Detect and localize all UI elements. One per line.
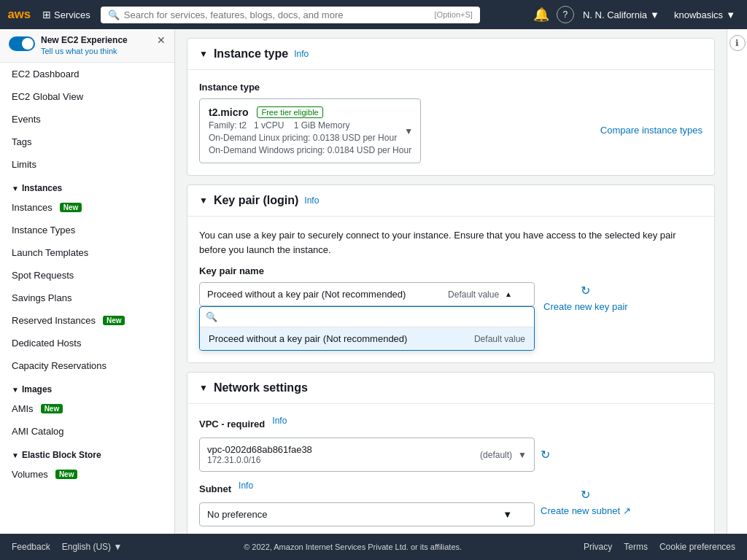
sidebar-item-label: Launch Templates: [12, 247, 88, 258]
services-menu[interactable]: ⊞ Services: [38, 6, 95, 23]
terms-link[interactable]: Terms: [624, 542, 648, 552]
sidebar-item-reserved-instances[interactable]: Reserved Instances New: [0, 309, 174, 332]
key-pair-dropdown[interactable]: Proceed without a key pair (Not recommen…: [199, 282, 535, 306]
network-settings-section: ▼ Network settings VPC - required Info v…: [187, 372, 715, 534]
help-button[interactable]: ?: [557, 6, 574, 23]
key-pair-refresh-button[interactable]: ↻: [543, 284, 628, 298]
sidebar-item-ami-catalog[interactable]: AMI Catalog: [0, 420, 174, 443]
right-info-panel: ℹ: [727, 29, 747, 534]
instance-type-dropdown[interactable]: t2.micro Free tier eligible Family: t2 1…: [199, 98, 421, 163]
experience-close-button[interactable]: ✕: [157, 35, 166, 45]
sidebar-item-savings-plans[interactable]: Savings Plans: [0, 287, 174, 309]
sidebar-item-ec2globalview[interactable]: EC2 Global View: [0, 85, 174, 108]
region-label: N. N. California: [583, 9, 647, 20]
sidebar-item-label: Dedicated Hosts: [12, 338, 81, 349]
key-pair-description: You can use a key pair to securely conne…: [199, 228, 703, 257]
sidebar-item-label: AMI Catalog: [12, 426, 64, 437]
aws-logo[interactable]: aws: [6, 1, 32, 28]
instance-type-name: t2.micro: [209, 106, 248, 118]
vpc-id: vpc-0202d68ab861fae38: [207, 444, 474, 455]
key-pair-option-no-pair[interactable]: Proceed without a key pair (Not recommen…: [200, 327, 534, 350]
create-key-pair-link[interactable]: Create new key pair: [543, 300, 628, 314]
sidebar-item-events[interactable]: Events: [0, 108, 174, 131]
sidebar-item-label: AMIs: [12, 403, 34, 414]
sidebar-item-label: Reserved Instances: [12, 315, 96, 326]
account-menu[interactable]: knowbasics ▼: [668, 7, 741, 23]
sidebar-item-label: EC2 Global View: [12, 91, 83, 102]
experience-title: New EC2 Experience: [41, 35, 151, 45]
sidebar-section-ebs[interactable]: ▼ Elastic Block Store: [0, 443, 174, 463]
amis-badge: New: [41, 404, 63, 413]
privacy-link[interactable]: Privacy: [584, 542, 612, 552]
sidebar-item-spot-requests[interactable]: Spot Requests: [0, 264, 174, 287]
sidebar-item-launch-templates[interactable]: Launch Templates: [0, 241, 174, 264]
sidebar-item-amis[interactable]: AMIs New: [0, 397, 174, 420]
instance-type-field-label: Instance type: [199, 82, 703, 93]
sidebar-item-tags[interactable]: Tags: [0, 131, 174, 153]
sidebar-section-instances[interactable]: ▼ Instances: [0, 176, 174, 196]
compare-instance-types-link[interactable]: Compare instance types: [600, 124, 703, 137]
subnet-value: No preference: [207, 509, 267, 520]
vpc-info-link[interactable]: Info: [272, 416, 287, 426]
key-pair-field-label: Key pair name: [199, 265, 703, 276]
services-label: Services: [54, 9, 90, 20]
sidebar-item-ec2dashboard[interactable]: EC2 Dashboard: [0, 63, 174, 85]
sidebar-item-instances[interactable]: Instances New: [0, 196, 174, 219]
sidebar-item-label: Limits: [12, 159, 36, 170]
sidebar-item-capacity-reservations[interactable]: Capacity Reservations: [0, 354, 174, 377]
images-section-label: Images: [22, 384, 52, 394]
sidebar-item-label: Events: [12, 114, 41, 125]
volumes-badge: New: [55, 470, 78, 479]
network-settings-header: ▼ Network settings: [187, 373, 714, 404]
search-input[interactable]: [124, 9, 430, 20]
key-pair-info-link[interactable]: Info: [304, 195, 319, 206]
key-pair-collapse-icon[interactable]: ▼: [199, 195, 208, 206]
key-pair-default-label: Default value: [448, 289, 499, 300]
sidebar-item-instance-types[interactable]: Instance Types: [0, 219, 174, 241]
subnet-field-label: Subnet Info: [199, 481, 535, 497]
subnet-refresh-button[interactable]: ↻: [541, 488, 631, 502]
subnet-info-link[interactable]: Info: [239, 481, 253, 491]
footer: Feedback English (US) ▼ © 2022, Amazon I…: [0, 534, 747, 560]
key-pair-option-default-label: Default value: [474, 334, 525, 344]
footer-copyright: © 2022, Amazon Internet Services Private…: [244, 542, 462, 551]
main-layout: New EC2 Experience Tell us what you thin…: [0, 29, 747, 534]
instance-type-info-link[interactable]: Info: [294, 49, 309, 59]
sidebar-section-images[interactable]: ▼ Images: [0, 377, 174, 397]
vpc-chevron-icon: ▼: [518, 450, 527, 460]
instances-section-arrow: ▼: [12, 184, 19, 192]
region-selector[interactable]: N. N. California ▼: [577, 7, 665, 23]
instances-badge: New: [60, 203, 82, 212]
instance-type-title: Instance type: [214, 47, 288, 61]
network-settings-title: Network settings: [214, 381, 308, 394]
sidebar-item-limits[interactable]: Limits: [0, 153, 174, 176]
images-section-arrow: ▼: [12, 386, 19, 394]
create-subnet-link[interactable]: Create new subnet ↗: [541, 505, 631, 518]
instance-type-detail-row1: Family: t2 1 vCPU 1 GiB Memory: [209, 120, 411, 131]
sidebar-item-label: Volumes: [12, 469, 48, 480]
notification-button[interactable]: 🔔: [529, 4, 554, 26]
experience-toggle[interactable]: [9, 36, 35, 51]
cookie-preferences-link[interactable]: Cookie preferences: [659, 542, 735, 552]
sidebar: New EC2 Experience Tell us what you thin…: [0, 29, 175, 534]
top-navigation: aws ⊞ Services 🔍 [Option+S] 🔔 ? N. N. Ca…: [0, 0, 747, 29]
subnet-dropdown[interactable]: No preference ▼: [199, 502, 535, 526]
sidebar-item-label: Savings Plans: [12, 292, 71, 303]
vpc-refresh-button[interactable]: ↻: [541, 448, 550, 462]
vpc-dropdown[interactable]: vpc-0202d68ab861fae38 172.31.0.0/16 (def…: [199, 438, 535, 472]
key-pair-search-icon: 🔍: [206, 311, 217, 322]
sidebar-item-dedicated-hosts[interactable]: Dedicated Hosts: [0, 332, 174, 354]
key-pair-title: Key pair (login): [214, 194, 298, 207]
sidebar-item-volumes[interactable]: Volumes New: [0, 463, 174, 486]
search-bar[interactable]: 🔍 [Option+S]: [101, 7, 480, 23]
feedback-link[interactable]: Feedback: [12, 542, 50, 552]
key-pair-search-input[interactable]: [222, 311, 528, 322]
key-pair-search-bar[interactable]: 🔍: [200, 307, 534, 327]
network-settings-collapse-icon[interactable]: ▼: [199, 383, 208, 393]
right-info-icon[interactable]: ℹ: [729, 35, 746, 51]
language-selector[interactable]: English (US) ▼: [62, 542, 123, 552]
instance-type-collapse-icon[interactable]: ▼: [199, 49, 208, 59]
instance-type-header: ▼ Instance type Info: [187, 39, 714, 70]
experience-link[interactable]: Tell us what you think: [41, 47, 117, 55]
ebs-section-label: Elastic Block Store: [22, 450, 101, 460]
